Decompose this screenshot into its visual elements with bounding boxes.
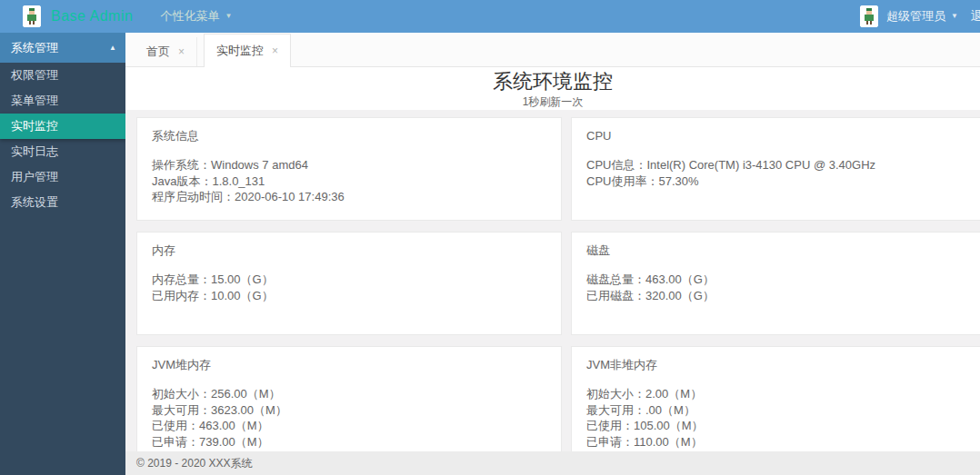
sidebar-group-system-management[interactable]: 系统管理 ▲ [0,33,125,63]
stat-line: CPU使用率：57.30% [586,173,980,190]
stat-line: Java版本：1.8.0_131 [152,173,546,190]
user-name-label: 超级管理员 [886,8,945,25]
sidebar-item-menu-management[interactable]: 菜单管理 [0,88,125,114]
panel-title: CPU [586,129,980,143]
panel-title: 系统信息 [152,129,546,143]
stat-line: 已申请：110.00（M） [586,434,980,450]
panel-lines: 内存总量：15.00（G） 已用内存：10.00（G） [152,272,546,303]
user-avatar[interactable] [860,5,878,27]
tab-realtime-monitor[interactable]: 实时监控 × [204,34,291,67]
tab-bar: 首页 × 实时监控 × [125,33,980,67]
stat-line: 操作系统：Windows 7 amd64 [152,157,546,173]
close-icon[interactable]: × [272,45,278,56]
logo-avatar-icon [23,5,41,27]
tab-home-label: 首页 [146,44,170,60]
user-dropdown[interactable]: 超级管理员 ▼ [886,8,958,25]
stat-line: CPU信息：Intel(R) Core(TM) i3-4130 CPU @ 3.… [586,157,980,173]
sidebar-nav: 系统管理 ▲ 权限管理 菜单管理 实时监控 实时日志 用户管理 系统设置 [0,33,125,475]
sidebar-item-realtime-monitor[interactable]: 实时监控 [0,114,125,139]
stat-line: 已用内存：10.00（G） [152,288,546,304]
stat-line: 初始大小：2.00（M） [586,386,980,402]
panel-system-info: 系统信息 操作系统：Windows 7 amd64 Java版本：1.8.0_1… [136,117,562,221]
stat-line: 初始大小：256.00（M） [152,386,546,402]
stat-line: 已申请：739.00（M） [152,434,546,450]
title-section: 系统环境监控 1秒刷新一次 [125,67,980,110]
app-window: Base Admin 个性化菜单 ▼ 超级管理员 ▼ 退出 [0,0,980,475]
header-user-area: 超级管理员 ▼ 退出 [860,0,980,33]
close-icon[interactable]: × [178,46,185,57]
panel-memory: 内存 内存总量：15.00（G） 已用内存：10.00（G） [136,232,562,335]
panel-jvm-heap: JVM堆内存 初始大小：256.00（M） 最大可用：3623.00（M） 已使… [136,346,562,451]
page-title: 系统环境监控 [125,70,980,94]
stat-line: 内存总量：15.00（G） [152,272,546,288]
panel-title: 磁盘 [586,243,980,257]
caret-down-icon: ▼ [225,13,232,20]
panel-lines: CPU信息：Intel(R) Core(TM) i3-4130 CPU @ 3.… [586,157,980,189]
stat-line: 最大可用：.00（M） [586,402,980,419]
panel-lines: 磁盘总量：463.00（G） 已用磁盘：320.00（G） [586,272,980,303]
caret-down-icon: ▼ [951,13,958,20]
panel-row: 系统信息 操作系统：Windows 7 amd64 Java版本：1.8.0_1… [136,117,980,221]
panel-jvm-nonheap: JVM非堆内存 初始大小：2.00（M） 最大可用：.00（M） 已使用：105… [571,346,980,451]
stat-line: 最大可用：3623.00（M） [152,402,546,419]
panel-title: JVM非堆内存 [586,358,980,371]
stat-line: 已使用：463.00（M） [152,418,546,434]
stat-line: 程序启动时间：2020-06-10 17:49:36 [152,189,546,205]
footer-copyright: © 2019 - 2020 XXX系统 [125,451,980,475]
top-header-bar: Base Admin 个性化菜单 ▼ 超级管理员 ▼ 退出 [0,0,980,33]
body-row: 系统管理 ▲ 权限管理 菜单管理 实时监控 实时日志 用户管理 系统设置 首页 … [0,33,980,475]
tab-home[interactable]: 首页 × [135,37,197,66]
personalized-menu-label: 个性化菜单 [160,8,219,25]
tab-realtime-monitor-label: 实时监控 [216,43,264,59]
personalized-menu-dropdown[interactable]: 个性化菜单 ▼ [160,8,232,25]
sidebar-item-user-management[interactable]: 用户管理 [0,164,125,190]
sidebar-item-system-settings[interactable]: 系统设置 [0,190,125,215]
brand-title: Base Admin [51,8,133,25]
panel-row: 内存 内存总量：15.00（G） 已用内存：10.00（G） 磁盘 磁盘总量：4… [136,232,980,335]
panel-title: JVM堆内存 [152,358,546,371]
panel-lines: 初始大小：256.00（M） 最大可用：3623.00（M） 已使用：463.0… [152,386,546,450]
sidebar-item-permission-management[interactable]: 权限管理 [0,63,125,88]
sidebar-item-realtime-log[interactable]: 实时日志 [0,139,125,164]
panel-lines: 操作系统：Windows 7 amd64 Java版本：1.8.0_131 程序… [152,157,546,205]
logout-link[interactable]: 退出 [971,8,980,25]
monitor-panels-content: 系统信息 操作系统：Windows 7 amd64 Java版本：1.8.0_1… [125,110,980,451]
panel-disk: 磁盘 磁盘总量：463.00（G） 已用磁盘：320.00（G） [571,232,980,335]
panel-row: JVM堆内存 初始大小：256.00（M） 最大可用：3623.00（M） 已使… [136,346,980,451]
page-subtitle: 1秒刷新一次 [125,94,980,110]
main-area: 首页 × 实时监控 × 系统环境监控 1秒刷新一次 系统信息 [125,33,980,475]
panel-lines: 初始大小：2.00（M） 最大可用：.00（M） 已使用：105.00（M） 已… [586,386,980,450]
panel-title: 内存 [152,243,546,257]
panel-cpu: CPU CPU信息：Intel(R) Core(TM) i3-4130 CPU … [571,117,980,221]
stat-line: 已使用：105.00（M） [586,418,980,434]
brand-area: Base Admin [0,5,133,27]
stat-line: 已用磁盘：320.00（G） [586,288,980,304]
sidebar-group-label: 系统管理 [11,40,58,56]
stat-line: 磁盘总量：463.00（G） [586,272,980,288]
caret-up-icon: ▲ [109,45,116,52]
